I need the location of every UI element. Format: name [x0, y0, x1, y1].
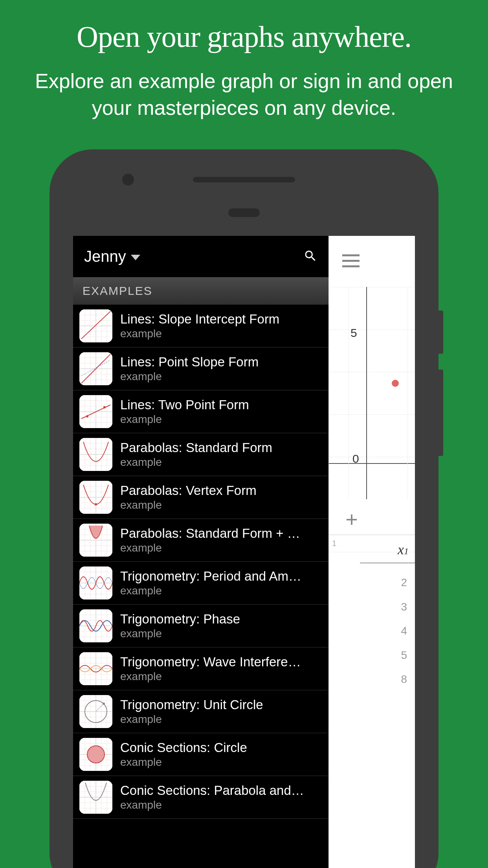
example-thumbnail: [79, 781, 112, 814]
phone-side-button: [438, 370, 443, 456]
example-subtitle: example: [120, 413, 322, 426]
graph-point[interactable]: [392, 380, 399, 387]
example-item[interactable]: Trigonometry: Wave Interfere… example: [73, 647, 328, 690]
example-subtitle: example: [120, 713, 322, 726]
example-subtitle: example: [120, 585, 322, 597]
svg-point-179: [103, 702, 105, 705]
example-title: Parabolas: Vertex Form: [120, 483, 322, 498]
table-header-underline: [360, 563, 415, 563]
example-thumbnail: [79, 352, 112, 385]
search-icon[interactable]: [303, 249, 317, 265]
svg-point-197: [87, 746, 105, 763]
example-item[interactable]: Lines: Point Slope Form example: [73, 348, 328, 390]
examples-list[interactable]: Lines: Slope Intercept Form example Line…: [73, 305, 328, 868]
sidebar-header: Jenny: [73, 236, 328, 277]
example-title: Lines: Point Slope Form: [120, 355, 322, 370]
example-subtitle: example: [120, 327, 322, 340]
table-variable-header: x1: [398, 541, 409, 558]
phone-speaker: [193, 177, 295, 182]
svg-point-56: [103, 406, 106, 408]
example-item[interactable]: Lines: Slope Intercept Form example: [73, 305, 328, 348]
example-item[interactable]: Trigonometry: Phase example: [73, 605, 328, 647]
example-title: Lines: Slope Intercept Form: [120, 312, 322, 327]
example-thumbnail: [79, 481, 112, 514]
promo-headline: Open your graphs anywhere.: [0, 20, 488, 54]
example-title: Trigonometry: Phase: [120, 612, 322, 627]
example-thumbnail: [79, 738, 112, 771]
example-subtitle: example: [120, 542, 322, 554]
example-item[interactable]: Parabolas: Standard Form + … example: [73, 519, 328, 562]
example-title: Parabolas: Standard Form: [120, 440, 322, 455]
username-label: Jenny: [84, 248, 126, 265]
example-title: Trigonometry: Wave Interfere…: [120, 655, 322, 669]
example-item[interactable]: Conic Sections: Parabola and… example: [73, 776, 328, 819]
example-subtitle: example: [120, 370, 322, 383]
expression-panel: 1 x1 23458: [329, 535, 415, 868]
example-subtitle: example: [120, 670, 322, 683]
example-item[interactable]: Lines: Two Point Form example: [73, 390, 328, 433]
example-thumbnail: [79, 652, 112, 685]
svg-point-55: [86, 415, 88, 417]
chevron-down-icon: [131, 255, 140, 260]
example-title: Conic Sections: Circle: [120, 740, 322, 755]
example-item[interactable]: Trigonometry: Period and Am… example: [73, 562, 328, 605]
sidebar-panel: Jenny EXAMPLES Lines: Slope Intercept Fo…: [73, 236, 328, 868]
example-item[interactable]: Trigonometry: Unit Circle example: [73, 690, 328, 733]
svg-point-91: [95, 503, 97, 506]
example-subtitle: example: [120, 456, 322, 469]
phone-camera: [122, 174, 134, 186]
example-item[interactable]: Parabolas: Standard Form example: [73, 433, 328, 476]
example-thumbnail: [79, 309, 112, 342]
example-thumbnail: [79, 395, 112, 428]
promo-subhead: Explore an example graph or sign in and …: [0, 68, 488, 121]
example-title: Trigonometry: Unit Circle: [120, 697, 322, 712]
example-thumbnail: [79, 695, 112, 728]
phone-home-pill: [228, 208, 260, 217]
graph-grid: 5 0: [329, 287, 415, 499]
example-item[interactable]: Parabolas: Vertex Form example: [73, 476, 328, 519]
example-subtitle: example: [120, 799, 322, 811]
example-thumbnail: [79, 566, 112, 600]
example-thumbnail: [79, 438, 112, 471]
app-screen: Jenny EXAMPLES Lines: Slope Intercept Fo…: [73, 236, 415, 868]
table-values: 23458: [401, 570, 407, 691]
origin-label: 0: [352, 452, 359, 465]
add-expression-button[interactable]: +: [341, 507, 363, 531]
example-title: Conic Sections: Parabola and…: [120, 783, 322, 798]
example-title: Parabolas: Standard Form + …: [120, 526, 322, 541]
examples-section-header: EXAMPLES: [73, 277, 328, 305]
example-item[interactable]: Conic Sections: Circle example: [73, 733, 328, 776]
phone-frame: Jenny EXAMPLES Lines: Slope Intercept Fo…: [50, 149, 438, 868]
example-thumbnail: [79, 524, 112, 557]
expression-index: 1: [329, 539, 341, 548]
hamburger-icon[interactable]: [342, 251, 360, 271]
user-dropdown[interactable]: Jenny: [84, 248, 140, 265]
example-title: Lines: Two Point Form: [120, 397, 322, 412]
example-subtitle: example: [120, 627, 322, 640]
phone-side-button: [438, 311, 443, 354]
graph-area[interactable]: 5 0 + 1 x1 23458: [328, 236, 415, 868]
example-subtitle: example: [120, 756, 322, 769]
example-title: Trigonometry: Period and Am…: [120, 569, 322, 584]
example-subtitle: example: [120, 499, 322, 511]
y-axis-tick-5: 5: [350, 326, 357, 340]
example-thumbnail: [79, 609, 112, 642]
